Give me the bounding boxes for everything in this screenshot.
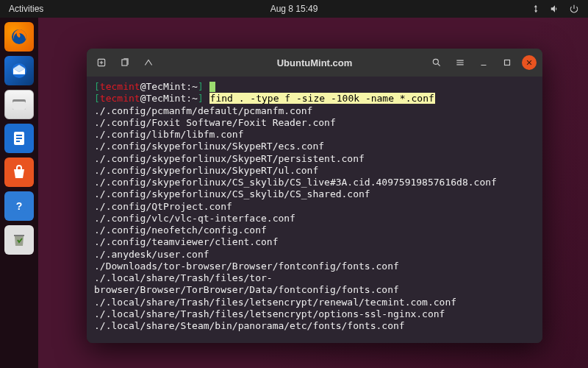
system-tray[interactable]: [531, 4, 579, 14]
svg-rect-3: [12, 102, 26, 110]
output-line: ./.config/skypeforlinux/SkypeRT/ecs.conf: [94, 141, 535, 152]
output-line: ./.config/skypeforlinux/CS_skylib/CS_liv…: [94, 177, 535, 188]
output-line: ./.config/teamviewer/client.conf: [94, 236, 535, 248]
output-line: ./.local/share/Trash/files/letsencrypt/o…: [94, 308, 535, 320]
svg-rect-10: [14, 235, 24, 236]
minimize-button[interactable]: [475, 54, 492, 71]
window-title: UbuntuMint.com: [277, 57, 353, 68]
volume-icon: [550, 4, 560, 14]
output-line: ./.local/share/Trash/files/tor-browser/B…: [94, 272, 535, 297]
output-line: ./Downloads/tor-browser/Browser/fontconf…: [94, 261, 535, 272]
terminal-window: UbuntuMint.com [tecmint@TecMint:~] [tecm…: [87, 49, 542, 343]
power-icon: [569, 4, 579, 14]
output-line: ./.config/skypeforlinux/SkypeRT/ul.conf: [94, 165, 535, 177]
dock-thunderbird[interactable]: [4, 56, 34, 85]
output-line: ./.local/share/Trash/files/letsencrypt/r…: [94, 297, 535, 308]
svg-text:?: ?: [16, 200, 23, 212]
output-line: ./.config/skypeforlinux/CS_skylib/CS_sha…: [94, 188, 535, 200]
dock-software[interactable]: [4, 158, 34, 187]
prompt-line-1: [tecmint@TecMint:~]: [94, 81, 215, 92]
close-button[interactable]: [522, 55, 537, 70]
output-line: ./.config/skypeforlinux/SkypeRT/persiste…: [94, 153, 535, 165]
new-window-button[interactable]: [116, 54, 134, 71]
output-line: ./.config/vlc/vlc-qt-interface.conf: [94, 213, 535, 224]
prompt-line-2: [tecmint@TecMint:~] find . -type f -size…: [94, 93, 435, 104]
svg-point-13: [433, 59, 438, 64]
new-tab-button[interactable]: [93, 54, 110, 71]
dock-trash[interactable]: [4, 225, 34, 255]
output-line: ./.local/share/Steam/bin/panorama/etc/fo…: [94, 320, 535, 332]
output-line: ./.config/neofetch/config.conf: [94, 224, 535, 236]
top-panel: Activities Aug 8 15:49: [0, 0, 588, 18]
output-line: ./.config/QtProject.conf: [94, 201, 535, 213]
output-line: ./.config/pcmanfm/default/pcmanfm.conf: [94, 105, 535, 117]
maximize-button[interactable]: [498, 54, 516, 71]
menu-extra-button[interactable]: [140, 54, 157, 71]
svg-rect-7: [16, 141, 20, 142]
output-line: ./.anydesk/user.conf: [94, 249, 535, 261]
clock[interactable]: Aug 8 15:49: [270, 4, 318, 14]
output-line: ./.config/Foxit Software/Foxit Reader.co…: [94, 117, 535, 129]
titlebar[interactable]: UbuntuMint.com: [87, 49, 542, 77]
dock-firefox[interactable]: [4, 22, 34, 52]
dock-document[interactable]: [4, 124, 34, 153]
hamburger-menu-button[interactable]: [451, 54, 469, 71]
dock-help[interactable]: ?: [4, 191, 34, 221]
cursor-icon: [209, 82, 215, 92]
activities-button[interactable]: Activities: [9, 4, 43, 14]
dock: ?: [0, 18, 38, 368]
output-line: ./.config/libfm/libfm.conf: [94, 129, 535, 141]
svg-rect-5: [16, 135, 22, 136]
command-text: find . -type f -size -100k -name *.conf: [209, 93, 435, 104]
network-icon: [531, 4, 541, 14]
dock-files[interactable]: [4, 90, 34, 119]
svg-rect-12: [122, 60, 127, 66]
terminal-output: ./.config/pcmanfm/default/pcmanfm.conf./…: [94, 105, 535, 333]
svg-rect-6: [16, 138, 22, 139]
terminal-body[interactable]: [tecmint@TecMint:~] [tecmint@TecMint:~] …: [87, 77, 542, 343]
search-button[interactable]: [428, 54, 445, 71]
svg-rect-14: [505, 60, 510, 66]
